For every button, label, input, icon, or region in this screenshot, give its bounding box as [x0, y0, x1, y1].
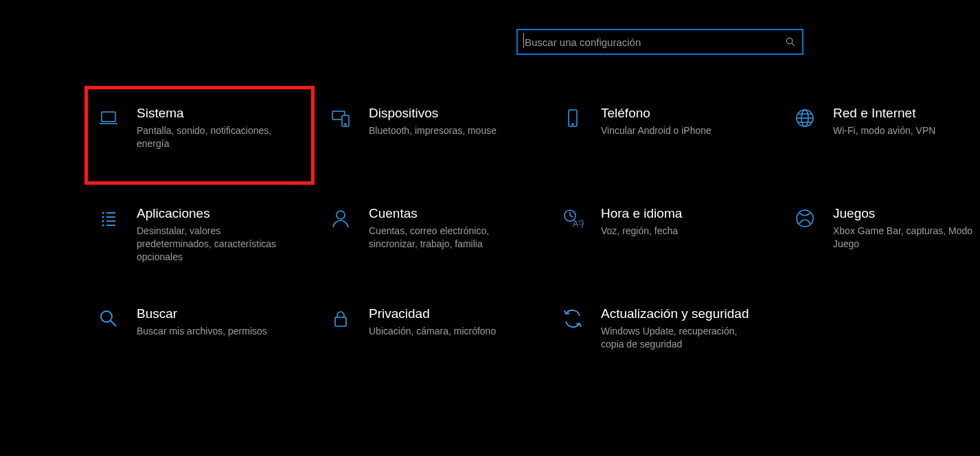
category-subtitle: Voz, región, fecha	[601, 225, 682, 238]
category-phone[interactable]: Teléfono Vincular Android o iPhone	[557, 103, 777, 170]
lock-icon	[326, 306, 355, 330]
category-subtitle: Vincular Android o iPhone	[601, 124, 711, 137]
globe-icon	[790, 106, 819, 129]
laptop-icon	[94, 106, 123, 129]
category-title: Teléfono	[601, 106, 711, 122]
category-subtitle: Bluetooth, impresoras, mouse	[369, 124, 497, 137]
xbox-icon	[790, 206, 819, 229]
category-subtitle: Wi-Fi, modo avión, VPN	[833, 124, 935, 137]
search-input[interactable]	[518, 30, 779, 54]
category-title: Hora e idioma	[601, 206, 682, 222]
category-network[interactable]: Red e Internet Wi-Fi, modo avión, VPN	[789, 103, 980, 170]
category-devices[interactable]: Dispositivos Bluetooth, impresoras, mous…	[325, 103, 545, 170]
category-title: Juegos	[833, 206, 980, 222]
text-caret	[523, 33, 524, 48]
category-title: Dispositivos	[369, 106, 497, 122]
svg-point-8	[572, 124, 573, 125]
search-icon	[779, 30, 802, 54]
svg-line-1	[792, 43, 795, 46]
svg-line-27	[111, 321, 116, 326]
magnifier-icon	[94, 306, 123, 330]
category-subtitle: Pantalla, sonido, notificaciones, energí…	[137, 124, 288, 150]
svg-point-26	[101, 311, 112, 322]
category-title: Privacidad	[369, 306, 496, 322]
settings-categories-grid: Sistema Pantalla, sonido, notificaciones…	[93, 103, 972, 371]
person-icon	[326, 206, 355, 229]
category-accounts[interactable]: Cuentas Cuentas, correo electrónico, sin…	[325, 203, 545, 271]
category-subtitle: Xbox Game Bar, capturas, Modo Juego	[833, 225, 980, 251]
category-subtitle: Windows Update, recuperación, copia de s…	[601, 325, 752, 351]
category-title: Red e Internet	[833, 106, 935, 122]
svg-point-25	[797, 210, 813, 227]
svg-rect-2	[102, 112, 115, 122]
svg-text:A字: A字	[573, 219, 584, 229]
category-subtitle: Ubicación, cámara, micrófono	[369, 325, 496, 338]
apps-list-icon	[94, 206, 123, 229]
category-privacy[interactable]: Privacidad Ubicación, cámara, micrófono	[325, 304, 545, 371]
category-gaming[interactable]: Juegos Xbox Game Bar, capturas, Modo Jue…	[789, 203, 980, 271]
svg-point-0	[786, 38, 793, 44]
devices-icon	[326, 106, 355, 129]
svg-point-20	[337, 211, 345, 219]
svg-point-6	[345, 124, 346, 125]
category-search[interactable]: Buscar Buscar mis archivos, permisos	[93, 304, 312, 371]
category-title: Buscar	[137, 306, 267, 322]
category-time-language[interactable]: A字 Hora e idioma Voz, región, fecha	[557, 203, 777, 271]
svg-rect-28	[335, 317, 346, 326]
category-subtitle: Buscar mis archivos, permisos	[137, 325, 267, 338]
time-language-icon: A字	[558, 206, 587, 229]
sync-icon	[558, 306, 587, 330]
svg-line-23	[570, 216, 573, 217]
category-apps[interactable]: Aplicaciones Desinstalar, valores predet…	[93, 203, 312, 271]
category-title: Sistema	[137, 106, 288, 122]
category-title: Actualización y seguridad	[601, 306, 752, 322]
category-system[interactable]: Sistema Pantalla, sonido, notificaciones…	[93, 103, 312, 170]
category-subtitle: Cuentas, correo electrónico, sincronizar…	[369, 225, 520, 251]
category-title: Cuentas	[369, 206, 520, 222]
category-update-security[interactable]: Actualización y seguridad Windows Update…	[557, 304, 777, 371]
category-title: Aplicaciones	[137, 206, 288, 222]
settings-search[interactable]	[516, 29, 804, 55]
category-subtitle: Desinstalar, valores predeterminados, ca…	[137, 225, 288, 264]
phone-icon	[558, 106, 587, 129]
